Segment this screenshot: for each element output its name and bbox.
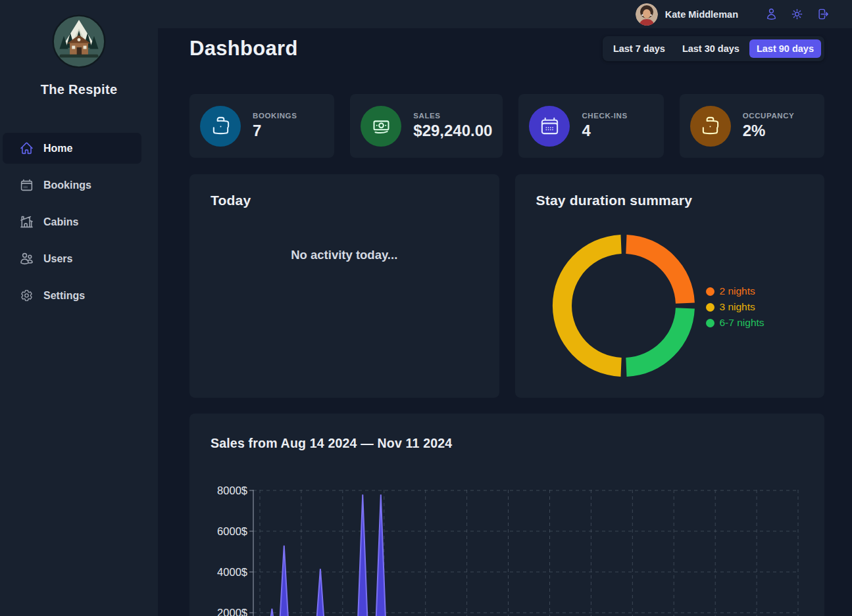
stat-card-checkins: CHECK-INS 4 <box>518 94 663 158</box>
today-empty-message: No activity today... <box>189 248 499 262</box>
sidebar-item-label: Users <box>43 253 72 265</box>
stat-label: BOOKINGS <box>253 112 297 120</box>
sidebar-item-home[interactable]: Home <box>3 133 141 164</box>
cabin-icon <box>20 215 34 229</box>
stat-value: 4 <box>582 122 627 140</box>
sun-icon <box>791 8 803 20</box>
filter-button-last-90-days[interactable]: Last 90 days <box>749 39 821 58</box>
legend-dot <box>706 319 714 327</box>
stat-card-sales: SALES $29,240.00 <box>350 94 503 158</box>
legend-label: 2 nights <box>720 285 755 297</box>
legend-item: 6-7 nights <box>706 315 764 331</box>
sidebar-item-label: Settings <box>43 290 85 302</box>
svg-text:4000$: 4000$ <box>217 566 247 578</box>
svg-text:6000$: 6000$ <box>217 525 247 537</box>
stat-card-bookings: BOOKINGS 7 <box>189 94 334 158</box>
page-header-row: Dashboard Last 7 days Last 30 days Last … <box>189 34 824 63</box>
app-root: { "app": { "name": "The Respite" }, "the… <box>0 0 852 616</box>
stat-card-occupancy: OCCUPANCY 2% <box>680 94 824 158</box>
today-title: Today <box>211 193 251 208</box>
home-icon <box>20 141 34 155</box>
donut-legend: 2 nights 3 nights 6-7 nights <box>706 283 764 331</box>
dark-mode-toggle[interactable] <box>787 5 807 24</box>
filter-button-last-7-days[interactable]: Last 7 days <box>606 39 672 58</box>
sidebar-item-label: Home <box>43 143 72 154</box>
banknotes-icon <box>361 106 401 147</box>
briefcase-icon <box>690 106 731 147</box>
header: Kate Middleman <box>158 0 852 28</box>
main-content: Dashboard Last 7 days Last 30 days Last … <box>158 28 852 616</box>
calendar-icon <box>20 178 34 192</box>
svg-text:2000$: 2000$ <box>217 607 247 616</box>
logout-icon <box>816 8 829 20</box>
sales-title: Sales from Aug 14 2024 — Nov 11 2024 <box>211 436 452 451</box>
today-panel: Today No activity today... <box>189 174 499 398</box>
middle-row: Today No activity today... Stay duration… <box>189 174 824 398</box>
legend-label: 6-7 nights <box>720 317 764 329</box>
legend-item: 3 nights <box>706 299 764 315</box>
stat-text: SALES $29,240.00 <box>413 112 492 140</box>
donut-chart <box>515 174 824 398</box>
legend-item: 2 nights <box>706 283 764 299</box>
sales-chart: 2000$4000$6000$8000$ <box>189 479 824 616</box>
legend-dot <box>706 303 714 312</box>
app-title: The Respite <box>0 82 158 97</box>
sidebar-item-label: Cabins <box>43 216 78 228</box>
date-filter: Last 7 days Last 30 days Last 90 days <box>603 36 824 61</box>
cabin-logo-icon <box>52 14 106 68</box>
user-icon <box>765 8 778 20</box>
stat-text: CHECK-INS 4 <box>582 112 627 140</box>
sidebar-item-label: Bookings <box>43 179 91 191</box>
legend-label: 3 nights <box>720 301 755 313</box>
stat-text: OCCUPANCY 2% <box>743 112 795 140</box>
stat-value: 7 <box>253 122 297 140</box>
users-icon <box>20 252 34 266</box>
user-profile-button[interactable] <box>761 5 781 24</box>
stats-row: BOOKINGS 7 SALES $29,240.00 CHECK-INS 4 <box>189 94 824 158</box>
sidebar-nav: Home Bookings Cabins Users Settings <box>0 133 158 311</box>
user-name: Kate Middleman <box>665 9 738 20</box>
stat-value: $29,240.00 <box>413 122 492 140</box>
sidebar-item-bookings[interactable]: Bookings <box>3 170 141 201</box>
avatar <box>636 3 658 26</box>
logout-button[interactable] <box>813 5 832 24</box>
stat-label: SALES <box>413 112 492 120</box>
stay-duration-panel: Stay duration summary 2 nights 3 nights … <box>515 174 825 398</box>
sidebar-item-settings[interactable]: Settings <box>3 280 141 311</box>
app-logo <box>0 0 158 71</box>
sales-panel: Sales from Aug 14 2024 — Nov 11 2024 200… <box>189 414 824 616</box>
calendar-days-icon <box>529 106 570 147</box>
page-title: Dashboard <box>189 37 298 60</box>
stat-label: OCCUPANCY <box>743 112 795 120</box>
stat-label: CHECK-INS <box>582 112 627 120</box>
gear-icon <box>20 289 34 302</box>
sidebar-item-cabins[interactable]: Cabins <box>3 206 141 237</box>
stat-text: BOOKINGS 7 <box>253 112 297 140</box>
svg-text:8000$: 8000$ <box>217 485 247 496</box>
filter-button-last-30-days[interactable]: Last 30 days <box>675 39 747 58</box>
legend-dot <box>706 287 714 296</box>
stat-value: 2% <box>743 122 795 140</box>
sidebar-item-users[interactable]: Users <box>3 243 141 274</box>
briefcase-icon <box>200 106 241 147</box>
sidebar: The Respite Home Bookings Cabins Users <box>0 0 158 616</box>
